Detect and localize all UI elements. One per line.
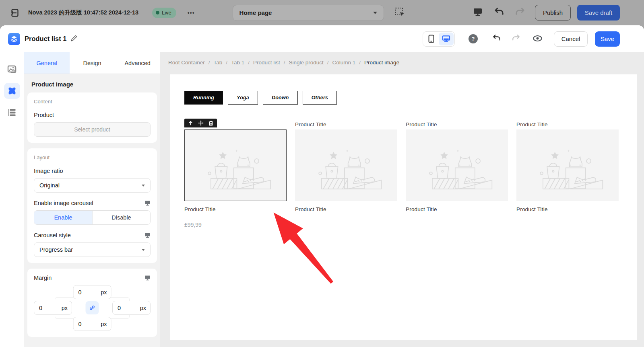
product-title[interactable]: Product Title [516,206,619,212]
product-placeholder-art [303,135,389,196]
exit-icon [10,8,20,18]
mobile-view-button[interactable] [424,33,439,45]
media-library-button[interactable] [4,61,20,77]
margin-label: Margin [34,275,52,281]
select-parent-button[interactable] [186,119,196,127]
layout-section-label: Layout [34,154,151,160]
margin-link-button[interactable] [86,301,99,314]
image-icon [7,65,17,74]
margin-left-input[interactable] [39,305,56,311]
product-title[interactable]: Product Title [295,206,397,212]
breadcrumb-item[interactable]: Tab 1 [231,60,244,66]
breadcrumb-item-current: Product image [364,60,399,66]
breadcrumb-separator: / [359,60,361,66]
elements-blocks-button[interactable] [4,83,20,99]
trash-icon [208,121,213,126]
marquee-select-button[interactable] [394,7,405,19]
preview-button[interactable] [533,35,543,43]
rename-button[interactable] [70,35,77,43]
category-tab-others[interactable]: Others [303,91,337,105]
drag-move-button[interactable] [196,119,206,127]
chevron-down-icon [142,185,145,187]
margin-right-input[interactable] [118,305,134,311]
product-title[interactable]: Product Title [184,206,287,212]
category-tab-yoga[interactable]: Yoga [228,91,258,105]
product-placeholder-art [525,135,610,196]
breadcrumb-item[interactable]: Column 1 [332,60,356,66]
element-title: Product image [31,81,157,88]
tab-design[interactable]: Design [70,52,115,74]
builder-redo-button[interactable] [512,34,520,43]
margin-top-input[interactable] [78,289,95,296]
breadcrumb-item[interactable]: Product list [253,60,280,66]
product-title[interactable]: Product Title [406,206,508,212]
admin-redo-button[interactable] [515,7,525,18]
margin-left-field: px [34,301,72,315]
panel-body: Product image Content Product Select pro… [24,74,160,347]
live-badge: Live [152,8,176,18]
cancel-button[interactable]: Cancel [554,31,588,47]
more-options-button[interactable]: ••• [188,10,195,16]
product-image-selected[interactable] [184,129,287,201]
help-button[interactable]: ? [469,34,478,43]
mobile-icon [428,35,434,43]
product-title[interactable]: Product Title [295,121,326,127]
breadcrumb-item[interactable]: Single product [289,60,323,66]
category-tab-doown[interactable]: Doown [263,91,298,105]
margin-card: Margin px [27,269,157,337]
marquee-select-icon [394,7,405,18]
margin-top-field: px [73,285,111,299]
undo-icon [492,34,501,42]
product-card-2[interactable]: Product Title Product Title [295,117,397,228]
margin-bottom-input[interactable] [78,321,95,327]
monitor-icon [473,8,483,16]
product-image[interactable] [295,129,397,201]
device-toggle-group [423,31,455,47]
margin-unit: px [101,321,107,327]
desktop-view-button[interactable] [439,33,454,45]
icon-rail [0,52,24,347]
product-card-1[interactable]: Product Title £99,99 [184,117,287,228]
carousel-enable-button[interactable]: Enable [34,211,92,224]
product-title[interactable]: Product Title [406,121,437,127]
builder-window: Product list 1 [0,25,644,347]
save-button[interactable]: Save [595,31,620,47]
product-placeholder-art [193,135,278,196]
publish-button[interactable]: Publish [535,5,571,21]
edit-pencil-icon [70,35,77,42]
panel-tabs: General Design Advanced [24,52,160,74]
margin-unit: px [140,305,146,311]
enable-carousel-label: Enable image carousel [34,200,93,206]
margin-unit: px [62,305,68,311]
image-ratio-select[interactable]: Original [34,178,151,193]
page-selector-dropdown[interactable]: Home page [233,5,384,21]
redo-icon [512,34,520,42]
layers-outline-button[interactable] [4,105,20,121]
breadcrumb-item[interactable]: Tab [214,60,223,66]
breadcrumb: Root Container / Tab / Tab 1 / Product l… [160,52,644,72]
tab-general[interactable]: General [24,52,70,74]
preview-monitor-button[interactable] [473,8,483,18]
product-image[interactable] [406,129,508,201]
carousel-disable-button[interactable]: Disable [92,211,150,224]
product-card-4[interactable]: Product Title Product Title [516,117,619,228]
category-tab-running[interactable]: Running [184,91,223,105]
exit-builder-button[interactable] [8,6,22,20]
carousel-style-select[interactable]: Progress bar [34,242,151,257]
breadcrumb-item[interactable]: Root Container [168,60,205,66]
desktop-icon [442,35,450,43]
tab-advanced[interactable]: Advanced [115,52,160,74]
delete-element-button[interactable] [206,119,216,127]
margin-bottom-field: px [73,317,111,331]
admin-undo-button[interactable] [494,7,504,18]
page-version-title: Nova 2023 的升级版 10:47:52 2024-12-13 [28,8,147,16]
responsive-monitor-icon [144,275,151,281]
product-card-3[interactable]: Product Title Product Title [406,117,508,228]
product-image[interactable] [516,129,619,201]
builder-undo-button[interactable] [492,34,501,43]
content-section-label: Content [34,99,151,105]
product-title[interactable]: Product Title [516,121,548,127]
select-product-button[interactable]: Select product [34,122,151,137]
save-draft-button[interactable]: Save draft [577,5,620,21]
arrow-up-icon [188,121,193,126]
